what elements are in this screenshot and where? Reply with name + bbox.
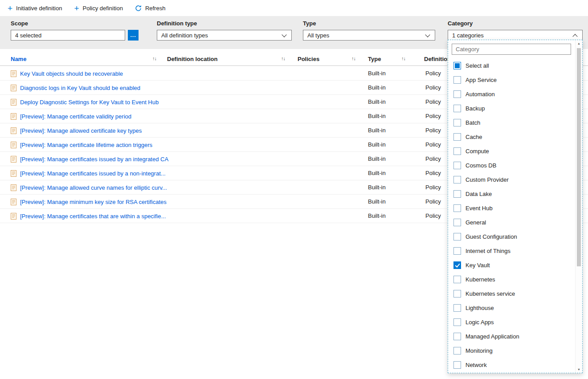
option-checkbox[interactable]	[453, 247, 461, 255]
row-name-link[interactable]: [Preview]: Manage certificate validity p…	[20, 113, 131, 120]
scope-input[interactable]	[11, 30, 125, 41]
column-header-type[interactable]: Type	[368, 56, 381, 62]
option-label: Data Lake	[466, 191, 492, 197]
option-checkbox[interactable]	[453, 76, 461, 84]
option-checkbox[interactable]	[453, 162, 461, 169]
policy-document-icon	[11, 156, 16, 163]
policy-definition-label: Policy definition	[83, 5, 123, 12]
definition-type-select[interactable]: All definition types	[157, 30, 292, 41]
option-checkbox[interactable]	[453, 119, 461, 126]
column-header-policies[interactable]: Policies	[298, 56, 319, 62]
policy-document-icon	[11, 99, 16, 106]
category-option[interactable]: Cache	[448, 130, 575, 144]
policy-document-icon	[11, 170, 16, 177]
row-definition-type: Policy	[425, 184, 441, 191]
row-type: Built-in	[368, 98, 386, 105]
scrollbar[interactable]: ▲ ▼	[575, 40, 582, 373]
row-name-link[interactable]: [Preview]: Manage certificates that are …	[20, 213, 166, 220]
option-checkbox[interactable]	[453, 276, 461, 283]
row-name-link[interactable]: Diagnostic logs in Key Vault should be e…	[20, 85, 140, 91]
category-option[interactable]: Network	[448, 358, 575, 372]
refresh-icon	[135, 5, 142, 12]
option-checkbox[interactable]	[453, 347, 461, 355]
row-definition-type: Policy	[425, 127, 441, 134]
category-option[interactable]: Managed Application	[448, 329, 575, 343]
category-option[interactable]: Event Hub	[448, 201, 575, 215]
row-name-link[interactable]: [Preview]: Manage certificate lifetime a…	[20, 142, 152, 148]
category-option[interactable]: Backup	[448, 101, 575, 115]
option-checkbox[interactable]	[453, 62, 461, 69]
type-filter: Type All types	[303, 20, 435, 41]
option-checkbox[interactable]	[453, 304, 461, 312]
category-option[interactable]: Select all	[448, 58, 575, 73]
scroll-up-icon[interactable]: ▲	[576, 42, 582, 45]
option-label: Kubernetes service	[466, 290, 515, 297]
row-name-link[interactable]: [Preview]: Manage minimum key size for R…	[20, 199, 167, 205]
chevron-up-icon	[572, 34, 577, 39]
policy-definition-button[interactable]: + Policy definition	[74, 0, 122, 16]
plus-icon: +	[74, 5, 79, 12]
option-checkbox[interactable]	[453, 204, 461, 212]
option-checkbox[interactable]	[453, 261, 461, 269]
option-checkbox[interactable]	[453, 190, 461, 198]
category-dropdown-panel: Select all App Service Automation Backup…	[448, 40, 583, 373]
sort-icon[interactable]: ↑↓	[401, 56, 405, 61]
option-checkbox[interactable]	[453, 90, 461, 98]
row-type: Built-in	[368, 113, 386, 119]
row-name-cell: Diagnostic logs in Key Vault should be e…	[11, 81, 140, 95]
row-name-cell: [Preview]: Manage allowed curve names fo…	[11, 180, 167, 195]
category-option[interactable]: App Service	[448, 73, 575, 87]
category-option[interactable]: Compute	[448, 144, 575, 158]
row-name-link[interactable]: Key Vault objects should be recoverable	[20, 70, 123, 77]
option-checkbox[interactable]	[453, 133, 461, 141]
category-option[interactable]: Kubernetes	[448, 272, 575, 286]
category-select[interactable]: 1 categories	[448, 30, 583, 41]
category-option[interactable]: General	[448, 215, 575, 229]
option-checkbox[interactable]	[453, 219, 461, 226]
category-option[interactable]: Guest Configuration	[448, 229, 575, 244]
category-option[interactable]: Monitoring	[448, 343, 575, 358]
refresh-button[interactable]: Refresh	[135, 0, 166, 16]
row-definition-type: Policy	[425, 98, 441, 105]
category-value: 1 categories	[452, 32, 484, 39]
category-option[interactable]: Data Lake	[448, 187, 575, 201]
row-name-link[interactable]: [Preview]: Manage allowed certificate ke…	[20, 127, 142, 134]
category-option[interactable]: Custom Provider	[448, 172, 575, 187]
option-checkbox[interactable]	[453, 233, 461, 240]
scrollbar-thumb[interactable]	[577, 48, 581, 266]
category-search-input[interactable]	[452, 44, 571, 55]
type-select[interactable]: All types	[303, 30, 435, 41]
policy-document-icon	[11, 184, 16, 191]
option-checkbox[interactable]	[453, 318, 461, 326]
row-definition-type: Policy	[425, 155, 441, 162]
option-checkbox[interactable]	[453, 176, 461, 183]
scroll-down-icon[interactable]: ▼	[576, 368, 582, 371]
category-option[interactable]: Lighthouse	[448, 301, 575, 315]
category-option[interactable]: Batch	[448, 115, 575, 130]
sort-icon[interactable]: ↑↓	[351, 56, 355, 61]
option-checkbox[interactable]	[453, 105, 461, 112]
category-option[interactable]: Kubernetes service	[448, 286, 575, 301]
column-header-definition-location[interactable]: Definition location	[167, 56, 217, 62]
option-checkbox[interactable]	[453, 333, 461, 340]
row-type: Built-in	[368, 212, 386, 219]
sort-icon[interactable]: ↑↓	[281, 56, 285, 61]
option-label: Lighthouse	[466, 305, 494, 311]
category-option[interactable]: Internet of Things	[448, 244, 575, 258]
category-option[interactable]: Automation	[448, 87, 575, 101]
row-name-link[interactable]: [Preview]: Manage certificates issued by…	[20, 170, 166, 177]
category-option[interactable]: Logic Apps	[448, 315, 575, 329]
column-header-name[interactable]: Name	[11, 56, 26, 62]
option-checkbox[interactable]	[453, 147, 461, 155]
scope-browse-button[interactable]: ...	[128, 30, 139, 41]
policy-document-icon	[11, 85, 16, 91]
option-checkbox[interactable]	[453, 290, 461, 297]
category-option[interactable]: Key Vault	[448, 258, 575, 272]
category-option[interactable]: Cosmos DB	[448, 158, 575, 172]
row-name-link[interactable]: Deploy Diagnostic Settings for Key Vault…	[20, 99, 159, 106]
initiative-definition-button[interactable]: + Initiative definition	[8, 0, 62, 16]
option-checkbox[interactable]	[453, 361, 461, 369]
sort-icon[interactable]: ↑↓	[152, 56, 156, 61]
row-name-link[interactable]: [Preview]: Manage certificates issued by…	[20, 156, 168, 163]
row-name-link[interactable]: [Preview]: Manage allowed curve names fo…	[20, 184, 167, 191]
